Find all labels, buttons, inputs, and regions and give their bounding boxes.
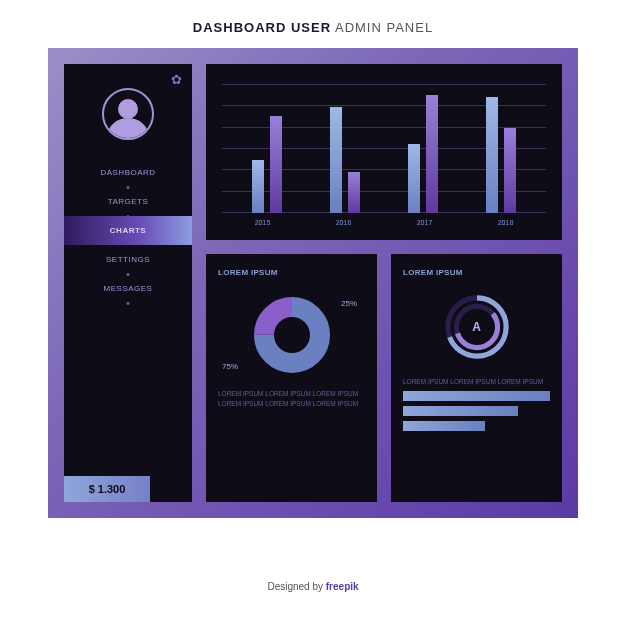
donut-widget: LOREM IPSUM 25% 75% LOREM IPSUM LOREM IP… [206,254,377,502]
h-bar [403,406,518,416]
nav-charts[interactable]: CHARTS [64,216,192,245]
donut-pct-b: 75% [222,362,238,371]
page-title: DASHBOARD USER ADMIN PANEL [0,0,626,48]
avatar[interactable] [102,88,154,140]
bar-chart-card: 2015201620172018 [206,64,562,240]
bar [330,107,342,213]
x-tick: 2015 [255,219,271,226]
nav-messages[interactable]: MESSAGES [64,274,192,303]
x-tick: 2017 [417,219,433,226]
widget-title: LOREM IPSUM [403,268,550,277]
x-tick: 2016 [336,219,352,226]
donut-chart: 25% 75% [218,293,365,377]
bar [348,172,360,213]
widget-text: LOREM IPSUM LOREM IPSUM LOREM IPSUM [403,377,550,387]
bar-chart-xaxis: 2015201620172018 [222,213,546,226]
balance-badge: $ 1.300 [64,476,150,502]
x-tick: 2018 [498,219,514,226]
widget-title: LOREM IPSUM [218,268,365,277]
nav-targets[interactable]: TARGETS [64,187,192,216]
bar [408,144,420,213]
widget-text: LOREM IPSUM LOREM IPSUM LOREM IPSUM LORE… [218,389,365,409]
horizontal-bars [403,391,550,431]
gear-icon[interactable]: ✿ [171,72,182,87]
ring-widget: LOREM IPSUM A LOREM IPSUM LOREM IPSUM LO… [391,254,562,502]
bar [252,160,264,213]
nav-settings[interactable]: SETTINGS [64,245,192,274]
bar [504,128,516,213]
h-bar [403,391,550,401]
bar [426,95,438,213]
footer-credit: Designed by freepik [0,581,626,592]
ring-label: A [472,320,481,334]
bar-chart [222,78,546,213]
sidebar: ✿ DASHBOARD TARGETS CHARTS SETTINGS MESS… [64,64,192,502]
ring-chart: A [403,291,550,363]
donut-pct-a: 25% [341,299,357,308]
nav-menu: DASHBOARD TARGETS CHARTS SETTINGS MESSAG… [64,158,192,303]
bar [486,97,498,213]
h-bar [403,421,485,431]
dashboard-panel: ✿ DASHBOARD TARGETS CHARTS SETTINGS MESS… [48,48,578,518]
main-area: 2015201620172018 LOREM IPSUM 25% 75% LOR… [206,64,562,502]
bar [270,116,282,213]
nav-dashboard[interactable]: DASHBOARD [64,158,192,187]
